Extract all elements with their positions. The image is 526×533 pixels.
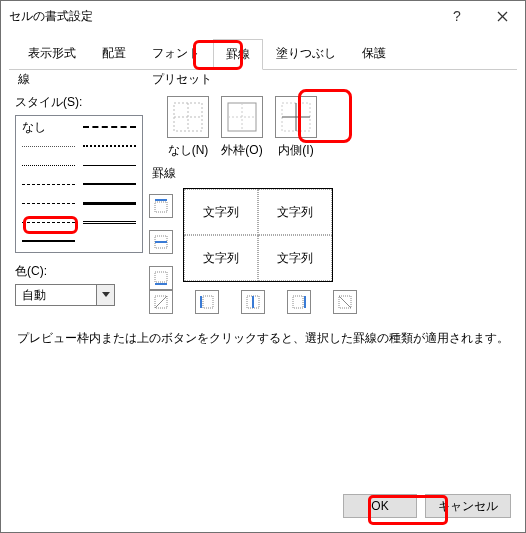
svg-rect-17 (155, 272, 167, 282)
border-vmid-btn[interactable] (241, 290, 265, 314)
line-style-dashdotdot[interactable] (22, 216, 75, 228)
color-label: 色(C): (15, 263, 143, 280)
close-button[interactable] (480, 1, 525, 31)
cancel-button[interactable]: キャンセル (425, 494, 511, 518)
border-hmid-btn[interactable] (149, 230, 173, 254)
line-style-dash[interactable] (22, 178, 75, 190)
side-border-buttons (149, 194, 173, 290)
tab-fill[interactable]: 塗りつぶし (263, 38, 349, 69)
dialog-title: セルの書式設定 (9, 8, 435, 25)
border-group-label: 罫線 (149, 165, 179, 182)
preset-inside[interactable]: 内側(I) (271, 96, 321, 159)
line-style-none[interactable]: なし (22, 121, 75, 133)
tabs: 表示形式 配置 フォント 罫線 塗りつぶし 保護 (9, 38, 517, 70)
preset-none-label: なし(N) (168, 143, 209, 157)
color-value: 自動 (16, 287, 96, 304)
line-style-dot2[interactable] (22, 159, 75, 171)
line-style-med[interactable] (83, 178, 136, 190)
dialog-buttons: OK キャンセル (1, 484, 525, 532)
preset-none-icon (167, 96, 209, 138)
border-left-btn[interactable] (195, 290, 219, 314)
svg-rect-21 (203, 296, 213, 308)
svg-rect-25 (293, 296, 303, 308)
border-bottom-btn[interactable] (149, 266, 173, 290)
content-area: 線 スタイル(S): なし (1, 69, 525, 322)
line-style-dashdot[interactable] (22, 197, 75, 209)
svg-line-28 (339, 296, 351, 308)
tab-protection[interactable]: 保護 (349, 38, 399, 69)
line-style-list[interactable]: なし (15, 115, 143, 253)
svg-marker-3 (102, 292, 110, 297)
line-style-thick1[interactable] (22, 235, 75, 247)
line-style-double[interactable] (83, 216, 136, 228)
svg-line-20 (155, 296, 167, 308)
preset-none[interactable]: なし(N) (163, 96, 213, 159)
preset-outline[interactable]: 外枠(O) (217, 96, 267, 159)
style-label: スタイル(S): (15, 94, 143, 111)
border-diag2-btn[interactable] (333, 290, 357, 314)
preset-group-label: プリセット (149, 71, 215, 88)
chevron-down-icon[interactable] (96, 285, 114, 305)
preview-cell: 文字列 (258, 235, 332, 281)
preset-inside-label: 内側(I) (278, 143, 313, 157)
border-top-btn[interactable] (149, 194, 173, 218)
svg-rect-13 (155, 202, 167, 212)
line-group: 線 スタイル(S): なし (15, 71, 143, 314)
border-diag-btn[interactable] (149, 290, 173, 314)
tab-border[interactable]: 罫線 (213, 39, 263, 70)
preset-outline-label: 外枠(O) (221, 143, 262, 157)
tab-number[interactable]: 表示形式 (15, 38, 89, 69)
line-style-dot[interactable] (22, 140, 75, 152)
right-column: プリセット なし(N) 外枠(O) (149, 71, 511, 314)
preset-inside-icon (275, 96, 317, 138)
hint-text: プレビュー枠内または上のボタンをクリックすると、選択した罫線の種類が適用されます… (1, 322, 525, 347)
tab-alignment[interactable]: 配置 (89, 38, 139, 69)
preview-cell: 文字列 (184, 189, 258, 235)
line-style-thin[interactable] (83, 159, 136, 171)
line-group-label: 線 (15, 71, 33, 88)
ok-button[interactable]: OK (343, 494, 417, 518)
border-preview[interactable]: 文字列 文字列 文字列 文字列 (183, 188, 333, 282)
help-button[interactable]: ? (435, 1, 480, 31)
preview-cell: 文字列 (184, 235, 258, 281)
preset-outline-icon (221, 96, 263, 138)
tab-font[interactable]: フォント (139, 38, 213, 69)
preview-cell: 文字列 (258, 189, 332, 235)
preset-row: なし(N) 外枠(O) 内側(I) (163, 96, 511, 159)
svg-text:?: ? (453, 9, 461, 23)
line-style-mdashdot2[interactable] (83, 140, 136, 152)
bottom-border-buttons (149, 290, 511, 314)
format-cells-dialog: セルの書式設定 ? 表示形式 配置 フォント 罫線 塗りつぶし 保護 線 スタイ… (0, 0, 526, 533)
line-style-thick[interactable] (83, 197, 136, 209)
line-style-mdashdot[interactable] (83, 121, 136, 133)
border-right-btn[interactable] (287, 290, 311, 314)
color-select[interactable]: 自動 (15, 284, 115, 306)
titlebar: セルの書式設定 ? (1, 1, 525, 31)
border-group: 罫線 文字列 文字列 文字列 文字列 (149, 165, 511, 314)
